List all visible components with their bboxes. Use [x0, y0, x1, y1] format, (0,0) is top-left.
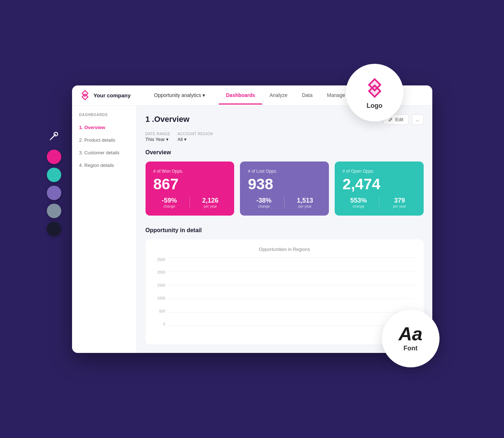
kpi-open-change-value: 553% — [350, 197, 367, 204]
nav-dropdown-arrow: ▾ — [202, 92, 205, 98]
color-swatch-teal[interactable] — [47, 168, 61, 182]
y-label-0: 0 — [163, 322, 165, 326]
sidebar-item-region[interactable]: 4. Region details — [72, 159, 137, 172]
kpi-open-peryear: 379 per year — [384, 197, 416, 208]
y-label-1000: 1000 — [157, 296, 165, 300]
kpi-card-won: # of Won Opps. 867 -59% change 2,126 per… — [146, 162, 235, 216]
filters: Date Range This Year ▾ Account Region Al… — [146, 132, 424, 142]
chart-container: 0 500 1000 1500 2000 2500 — [153, 258, 416, 337]
sidebar-item-customer[interactable]: 3. Customer details — [72, 146, 137, 159]
kpi-card-open: # of Open Opps. 2,474 553% change 379 pe… — [335, 162, 424, 216]
font-display: Aa — [398, 324, 422, 343]
sidebar-section-label: DASHBOARDS — [72, 113, 137, 121]
kpi-lost-change-label: change — [258, 204, 270, 208]
kpi-lost-label: # of Lost Opps. — [248, 169, 321, 174]
filter-date-range: Date Range This Year ▾ — [146, 132, 170, 142]
svg-line-6 — [50, 139, 51, 140]
svg-line-9 — [391, 118, 392, 119]
more-button[interactable]: ... — [412, 114, 424, 125]
logo-circle: Logo — [346, 64, 403, 121]
kpi-won-change: -59% change — [153, 197, 190, 208]
sidebar: DASHBOARDS 1. Overview 2. Product detail… — [72, 106, 137, 353]
filter-region-value[interactable]: All ▾ — [178, 137, 213, 142]
kpi-lost-stats: -38% change 1,513 per year — [248, 197, 321, 208]
kpi-open-change-label: change — [353, 204, 365, 208]
filter-account-region: Account Region All ▾ — [178, 132, 213, 142]
kpi-open-value: 2,474 — [343, 177, 416, 192]
kpi-open-peryear-value: 379 — [394, 197, 405, 204]
sidebar-item-product[interactable]: 2. Product details — [72, 134, 137, 146]
chart-title: Opportunities in Regions — [153, 247, 416, 252]
nav-dropdown[interactable]: Opportunity analytics ▾ — [151, 92, 208, 98]
chart-section-title: Opportunity in detail — [146, 227, 424, 234]
app-window: Your company Opportunity analytics ▾ Das… — [72, 85, 432, 353]
kpi-lost-change: -38% change — [248, 197, 285, 208]
color-swatch-gray[interactable] — [47, 204, 61, 218]
kpi-won-peryear-label: per year — [204, 204, 217, 208]
logo-icon-large — [362, 75, 387, 101]
kpi-won-change-label: change — [164, 204, 175, 208]
kpi-open-label: # of Open Opps. — [343, 169, 416, 174]
y-label-2000: 2000 — [157, 270, 165, 274]
brand-name: Your company — [94, 92, 131, 98]
brand: Your company — [79, 89, 144, 101]
page-area: 1 .Overview Edit ... — [137, 106, 432, 353]
sidebar-item-overview[interactable]: 1. Overview — [72, 121, 137, 134]
kpi-lost-peryear-value: 1,513 — [297, 197, 313, 204]
kpi-won-value: 867 — [153, 177, 227, 192]
y-label-1500: 1500 — [157, 283, 165, 287]
kpi-won-label: # of Won Opps. — [153, 169, 227, 174]
kpi-open-peryear-label: per year — [393, 204, 406, 208]
y-label-2500: 2500 — [157, 258, 165, 262]
kpi-won-change-value: -59% — [162, 197, 177, 204]
brand-logo-icon — [79, 89, 91, 101]
font-circle-label: Font — [403, 345, 418, 352]
logo-circle-label: Logo — [367, 102, 383, 110]
font-circle: Aa Font — [382, 310, 440, 367]
kpi-lost-value: 938 — [248, 177, 321, 192]
kpi-lost-peryear: 1,513 per year — [289, 197, 321, 208]
kpi-lost-change-value: -38% — [257, 197, 272, 204]
tab-analyze[interactable]: Analyze — [262, 86, 295, 105]
kpi-lost-peryear-label: per year — [298, 204, 312, 208]
kpi-won-stats: -59% change 2,126 per year — [153, 197, 227, 208]
tab-data[interactable]: Data — [295, 86, 320, 105]
tab-dashboards[interactable]: Dashboards — [219, 86, 262, 105]
nav-dropdown-label: Opportunity analytics — [154, 92, 201, 98]
filter-date-value[interactable]: This Year ▾ — [146, 137, 170, 142]
chart-bars-area — [167, 258, 416, 326]
y-label-500: 500 — [159, 309, 165, 313]
color-swatch-purple[interactable] — [47, 186, 61, 200]
kpi-won-peryear: 2,126 per year — [194, 197, 226, 208]
svg-point-5 — [54, 132, 58, 136]
filter-date-label: Date Range — [146, 132, 170, 136]
filter-region-label: Account Region — [178, 132, 213, 136]
color-swatch-dark[interactable] — [47, 222, 61, 236]
kpi-cards: # of Won Opps. 867 -59% change 2,126 per… — [146, 162, 424, 216]
color-swatch-pink[interactable] — [47, 150, 61, 164]
edit-icon — [389, 117, 393, 121]
chart-section: Opportunities in Regions 0 500 1000 1500… — [146, 239, 424, 344]
left-tools-panel — [47, 129, 61, 236]
chart-y-labels: 0 500 1000 1500 2000 2500 — [153, 258, 165, 326]
kpi-open-stats: 553% change 379 per year — [343, 197, 416, 208]
kpi-won-peryear-value: 2,126 — [202, 197, 218, 204]
overview-section-title: Overview — [146, 149, 424, 156]
main-content: DASHBOARDS 1. Overview 2. Product detail… — [72, 106, 432, 353]
kpi-open-change: 553% change — [343, 197, 379, 208]
outer-wrapper: Logo Aa Font Your co — [72, 85, 432, 353]
eyedropper-icon[interactable] — [47, 129, 61, 143]
kpi-card-lost: # of Lost Opps. 938 -38% change 1,513 pe… — [240, 162, 329, 216]
page-title: 1 .Overview — [146, 115, 189, 124]
